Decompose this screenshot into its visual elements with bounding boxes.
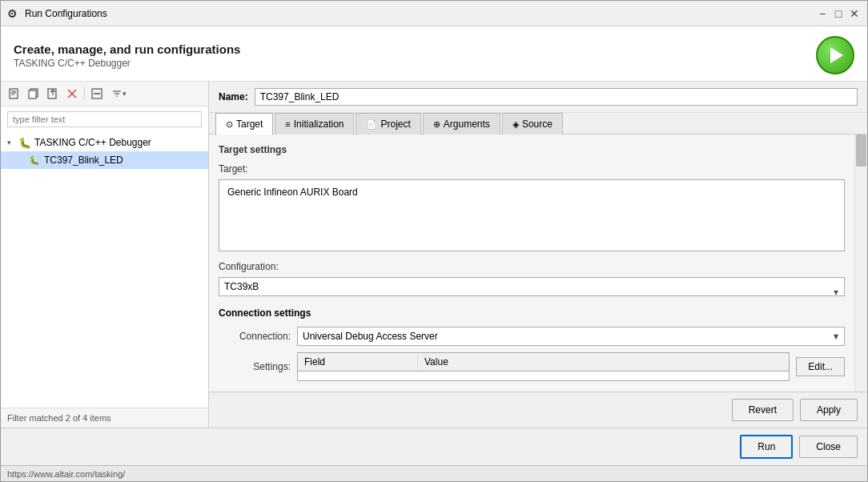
connection-select-wrapper: Universal Debug Access Server DAS Server… bbox=[297, 327, 845, 346]
project-tab-label: Project bbox=[380, 118, 410, 130]
tree-item-tasking-debugger[interactable]: ▾ 🐛 TASKING C/C++ Debugger bbox=[1, 134, 208, 151]
config-item-icon: 🐛 bbox=[28, 154, 41, 167]
source-tab-icon: ◈ bbox=[512, 119, 519, 130]
right-panel: Name: ⊙ Target ≡ Initialization 📄 Projec… bbox=[209, 82, 867, 428]
tab-initialization[interactable]: ≡ Initialization bbox=[275, 113, 354, 135]
settings-table-header: Field Value bbox=[298, 353, 789, 372]
svg-rect-0 bbox=[10, 89, 18, 98]
arguments-tab-label: Arguments bbox=[444, 118, 490, 130]
sidebar-footer: Filter matched 2 of 4 items bbox=[1, 408, 208, 428]
filter-status: Filter matched 2 of 4 items bbox=[7, 413, 111, 423]
apply-button[interactable]: Apply bbox=[800, 399, 858, 421]
right-panel-scrollbar[interactable] bbox=[854, 135, 867, 392]
configuration-select-wrapper: TC39xB TC38xB TC37xA bbox=[219, 277, 845, 307]
duplicate-config-button[interactable] bbox=[25, 85, 42, 102]
tab-source[interactable]: ◈ Source bbox=[502, 113, 563, 135]
settings-row: Settings: Field Value Edit... bbox=[219, 352, 845, 381]
tabs-bar: ⊙ Target ≡ Initialization 📄 Project ⊕ Ar… bbox=[209, 113, 867, 135]
expand-icon: ▾ bbox=[7, 139, 15, 147]
tab-content-area: Target settings Target: Generic Infineon… bbox=[209, 135, 867, 392]
filter-menu-button[interactable]: ▾ bbox=[107, 85, 130, 102]
configuration-select[interactable]: TC39xB TC38xB TC37xA bbox=[219, 277, 845, 296]
target-list[interactable]: Generic Infineon AURIX Board bbox=[219, 179, 845, 251]
run-button[interactable]: Run bbox=[740, 435, 793, 459]
connection-settings-header: Connection settings bbox=[219, 307, 845, 319]
connection-label: Connection: bbox=[219, 331, 291, 342]
main-window: ⚙ Run Configurations − □ ✕ Create, manag… bbox=[0, 0, 868, 482]
name-label: Name: bbox=[219, 91, 248, 102]
main-content: ▾ ▾ 🐛 TASKING C/C++ Debugger 🐛 TC397_Bli… bbox=[1, 82, 867, 428]
target-settings-panel: Target settings Target: Generic Infineon… bbox=[209, 135, 854, 392]
sidebar-toolbar: ▾ bbox=[1, 82, 208, 106]
project-tab-icon: 📄 bbox=[366, 119, 377, 130]
configuration-tree: ▾ 🐛 TASKING C/C++ Debugger 🐛 TC397_Blink… bbox=[1, 132, 208, 408]
action-bar: Run Close bbox=[1, 428, 867, 465]
tasking-debugger-label: TASKING C/C++ Debugger bbox=[34, 137, 151, 148]
arguments-tab-icon: ⊕ bbox=[433, 119, 440, 130]
settings-label: Settings: bbox=[219, 361, 291, 372]
toolbar-separator-1 bbox=[84, 87, 85, 100]
close-button[interactable]: ✕ bbox=[848, 7, 861, 20]
collapse-all-button[interactable] bbox=[88, 85, 106, 102]
new-config-button[interactable] bbox=[6, 85, 23, 102]
field-column-header: Field bbox=[298, 353, 418, 371]
tab-project[interactable]: 📄 Project bbox=[356, 113, 420, 135]
target-settings-header: Target settings bbox=[219, 144, 845, 155]
name-input[interactable] bbox=[255, 88, 858, 106]
initialization-tab-label: Initialization bbox=[294, 118, 344, 130]
tree-item-tc397[interactable]: 🐛 TC397_Blink_LED bbox=[1, 151, 208, 169]
settings-table[interactable]: Field Value bbox=[297, 352, 790, 381]
bottom-bar: Revert Apply bbox=[209, 392, 867, 428]
maximize-button[interactable]: □ bbox=[832, 7, 845, 20]
window-icon: ⚙ bbox=[7, 7, 20, 20]
header-subtitle: TASKING C/C++ Debugger bbox=[14, 58, 240, 69]
run-icon-button[interactable] bbox=[816, 36, 854, 74]
scrollbar-thumb[interactable] bbox=[856, 135, 866, 167]
window-title: Run Configurations bbox=[25, 8, 811, 19]
target-tab-icon: ⊙ bbox=[226, 119, 233, 130]
minimize-button[interactable]: − bbox=[816, 7, 829, 20]
status-text: https://www.altair.com/tasking/ bbox=[7, 469, 125, 479]
debugger-category-icon: 🐛 bbox=[18, 136, 31, 149]
svg-rect-5 bbox=[29, 90, 36, 98]
revert-button[interactable]: Revert bbox=[732, 399, 794, 421]
tab-arguments[interactable]: ⊕ Arguments bbox=[423, 113, 500, 135]
edit-button[interactable]: Edit... bbox=[796, 357, 845, 376]
status-bar: https://www.altair.com/tasking/ bbox=[1, 465, 867, 481]
filter-input[interactable] bbox=[7, 111, 202, 127]
title-bar: ⚙ Run Configurations − □ ✕ bbox=[1, 1, 867, 26]
target-tab-label: Target bbox=[236, 118, 263, 130]
close-button[interactable]: Close bbox=[799, 436, 858, 458]
tab-content: Target settings Target: Generic Infineon… bbox=[209, 135, 854, 392]
configuration-field-label: Configuration: bbox=[219, 261, 845, 272]
play-arrow-icon bbox=[830, 47, 843, 63]
value-column-header: Value bbox=[418, 353, 789, 371]
sidebar: ▾ ▾ 🐛 TASKING C/C++ Debugger 🐛 TC397_Bli… bbox=[1, 82, 209, 428]
tab-target[interactable]: ⊙ Target bbox=[215, 113, 273, 135]
target-field-label: Target: bbox=[219, 163, 845, 175]
header-title: Create, manage, and run configurations bbox=[14, 42, 240, 56]
name-row: Name: bbox=[209, 82, 867, 113]
initialization-tab-icon: ≡ bbox=[285, 119, 290, 129]
connection-row: Connection: Universal Debug Access Serve… bbox=[219, 327, 845, 346]
window-controls: − □ ✕ bbox=[816, 7, 861, 20]
tc397-label: TC397_Blink_LED bbox=[44, 155, 123, 166]
export-config-button[interactable] bbox=[44, 85, 62, 102]
header-section: Create, manage, and run configurations T… bbox=[1, 26, 867, 82]
source-tab-label: Source bbox=[522, 118, 553, 130]
delete-config-button[interactable] bbox=[63, 85, 81, 102]
target-list-item: Generic Infineon AURIX Board bbox=[223, 183, 841, 201]
connection-select[interactable]: Universal Debug Access Server DAS Server bbox=[297, 327, 845, 346]
